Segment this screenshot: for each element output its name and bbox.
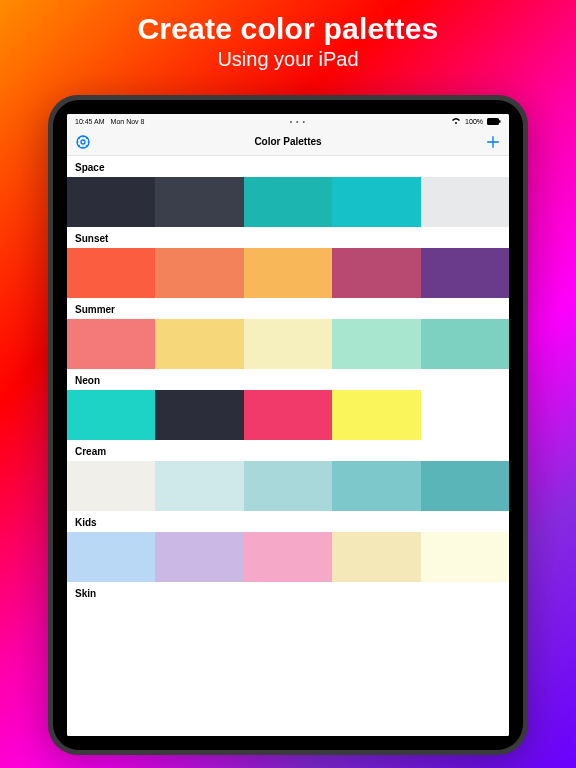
palette-row[interactable] bbox=[67, 248, 509, 298]
palette-title: Skin bbox=[67, 582, 509, 603]
palette-row[interactable] bbox=[67, 461, 509, 511]
svg-rect-0 bbox=[487, 118, 499, 125]
palette-list[interactable]: SpaceSunsetSummerNeonCreamKidsSkin bbox=[67, 156, 509, 736]
color-swatch[interactable] bbox=[155, 390, 243, 440]
palette-title: Summer bbox=[67, 298, 509, 319]
palette-title: Cream bbox=[67, 440, 509, 461]
color-swatch[interactable] bbox=[155, 461, 243, 511]
color-swatch[interactable] bbox=[332, 248, 420, 298]
ipad-device-frame: 10:45 AM Mon Nov 8 • • • 100% bbox=[48, 95, 528, 755]
status-bar: 10:45 AM Mon Nov 8 • • • 100% bbox=[67, 114, 509, 128]
color-swatch[interactable] bbox=[244, 532, 332, 582]
palette-row[interactable] bbox=[67, 177, 509, 227]
color-swatch[interactable] bbox=[155, 532, 243, 582]
color-swatch[interactable] bbox=[244, 461, 332, 511]
palette-section[interactable]: Neon bbox=[67, 369, 509, 440]
palette-section[interactable]: Skin bbox=[67, 582, 509, 603]
color-swatch[interactable] bbox=[67, 390, 155, 440]
color-swatch[interactable] bbox=[421, 461, 509, 511]
hero-banner: Create color palettes Using your iPad bbox=[0, 0, 576, 71]
multitask-dots[interactable]: • • • bbox=[290, 118, 306, 125]
palette-title: Sunset bbox=[67, 227, 509, 248]
color-swatch[interactable] bbox=[332, 390, 420, 440]
ipad-bezel: 10:45 AM Mon Nov 8 • • • 100% bbox=[53, 100, 523, 750]
color-swatch[interactable] bbox=[421, 532, 509, 582]
palette-section[interactable]: Cream bbox=[67, 440, 509, 511]
color-swatch[interactable] bbox=[67, 461, 155, 511]
wifi-icon bbox=[451, 117, 461, 125]
palette-row[interactable] bbox=[67, 532, 509, 582]
status-time: 10:45 AM bbox=[75, 118, 105, 125]
svg-point-3 bbox=[81, 140, 85, 144]
color-swatch[interactable] bbox=[67, 248, 155, 298]
color-swatch[interactable] bbox=[67, 177, 155, 227]
palette-row[interactable] bbox=[67, 319, 509, 369]
color-swatch[interactable] bbox=[67, 532, 155, 582]
color-swatch[interactable] bbox=[155, 319, 243, 369]
palette-row[interactable] bbox=[67, 390, 509, 440]
color-swatch[interactable] bbox=[155, 248, 243, 298]
palette-section[interactable]: Kids bbox=[67, 511, 509, 582]
settings-button[interactable] bbox=[75, 134, 91, 150]
color-swatch[interactable] bbox=[421, 177, 509, 227]
hero-subtitle: Using your iPad bbox=[0, 48, 576, 71]
color-swatch[interactable] bbox=[421, 390, 509, 440]
color-swatch[interactable] bbox=[244, 319, 332, 369]
nav-bar: Color Palettes bbox=[67, 128, 509, 156]
battery-icon bbox=[487, 118, 501, 125]
palette-title: Kids bbox=[67, 511, 509, 532]
color-swatch[interactable] bbox=[244, 177, 332, 227]
color-swatch[interactable] bbox=[155, 177, 243, 227]
color-swatch[interactable] bbox=[421, 248, 509, 298]
color-swatch[interactable] bbox=[67, 319, 155, 369]
color-swatch[interactable] bbox=[244, 248, 332, 298]
palette-title: Neon bbox=[67, 369, 509, 390]
ipad-screen: 10:45 AM Mon Nov 8 • • • 100% bbox=[67, 114, 509, 736]
color-swatch[interactable] bbox=[244, 390, 332, 440]
palette-title: Space bbox=[67, 156, 509, 177]
status-date: Mon Nov 8 bbox=[111, 118, 145, 125]
palette-section[interactable]: Summer bbox=[67, 298, 509, 369]
color-swatch[interactable] bbox=[332, 319, 420, 369]
nav-title: Color Palettes bbox=[67, 136, 509, 147]
battery-percent: 100% bbox=[465, 118, 483, 125]
color-swatch[interactable] bbox=[332, 177, 420, 227]
svg-rect-1 bbox=[499, 120, 501, 123]
color-swatch[interactable] bbox=[332, 461, 420, 511]
color-swatch[interactable] bbox=[421, 319, 509, 369]
palette-section[interactable]: Sunset bbox=[67, 227, 509, 298]
color-swatch[interactable] bbox=[332, 532, 420, 582]
add-button[interactable] bbox=[485, 134, 501, 150]
hero-title: Create color palettes bbox=[0, 12, 576, 46]
palette-section[interactable]: Space bbox=[67, 156, 509, 227]
